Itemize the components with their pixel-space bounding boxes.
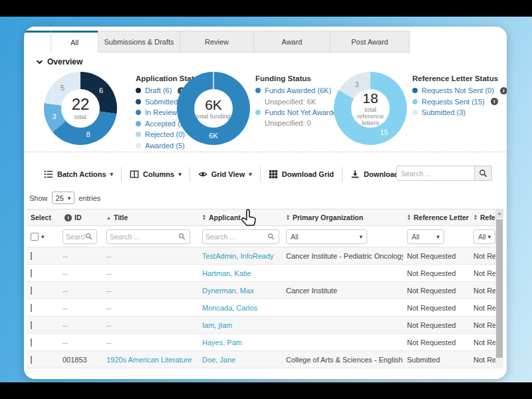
filter-value: All (412, 233, 420, 241)
column-header-reference-letter-1[interactable]: ▲▼Reference Letter 1 (403, 213, 469, 221)
table-body: ----TestAdmin, InfoReadyCancer Institute… (27, 247, 495, 368)
legend-dot-icon (136, 110, 141, 115)
table-header-row: SelectiID▲Title▲▼Applicant▲▼Primary Orga… (27, 209, 495, 226)
applicant-filter-input[interactable] (205, 233, 267, 241)
row-title-cell: -- (102, 321, 198, 329)
batch-actions-button[interactable]: Batch Actions ▾ (36, 166, 121, 183)
scrollbar-up-arrow[interactable]: ▲ (495, 209, 503, 218)
row-applicant-link[interactable]: Moncada, Carlos (198, 304, 282, 312)
row-reference-letter-1-cell: Not Requested (403, 287, 469, 295)
sort-icon: ▲▼ (286, 214, 290, 221)
donut-segment-value: 3 (354, 80, 358, 88)
donut-segment-value: 6 (99, 86, 103, 94)
legend-dot-icon (136, 99, 141, 104)
select-all-checkbox[interactable] (31, 233, 39, 241)
legend-item-requests-sent[interactable]: Requests Sent (15)i (412, 96, 507, 108)
legend-item-requests-not-sent[interactable]: Requests Not Sent (0)i (412, 85, 507, 96)
row-reference-letter-2-cell: Not Requested (469, 304, 495, 312)
page-size-select[interactable]: 25 ▾ (52, 192, 75, 204)
columns-button[interactable]: Columns ▾ (122, 166, 190, 183)
row-reference-letter-2-cell: Not Requested (469, 338, 495, 346)
info-icon[interactable]: i (65, 214, 72, 221)
title-filter-input[interactable] (110, 233, 178, 241)
eye-icon (198, 170, 207, 179)
row-reference-letter-1-cell: Submitted (403, 356, 469, 364)
donut-center: 6Ktotal funding (194, 89, 233, 128)
id-filter (63, 229, 97, 244)
row-checkbox[interactable] (31, 321, 32, 329)
row-checkbox[interactable] (31, 338, 32, 346)
grid-view-label: Grid View (211, 170, 245, 178)
row-checkbox[interactable] (31, 304, 32, 312)
select-all-caret-icon[interactable]: ▾ (41, 233, 45, 240)
grid-view-button[interactable]: Grid View ▾ (190, 166, 260, 183)
legend-item-submitted[interactable]: Submitted (3) (412, 107, 507, 118)
grid-search (396, 166, 492, 181)
row-id-cell: -- (59, 252, 102, 260)
grid-search-input[interactable] (396, 166, 475, 181)
row-select-cell (27, 321, 59, 329)
row-reference-letter-1-cell: Not Requested (403, 304, 469, 312)
row-select-cell (27, 287, 59, 295)
column-header-primary-organization[interactable]: ▲▼Primary Organization (282, 213, 403, 221)
donut-segment-value: 8 (86, 130, 90, 138)
column-header-id[interactable]: iID (59, 213, 102, 221)
filter-org-cell: All ▾ (282, 229, 403, 244)
column-header-reference-letter-2[interactable]: ▲▼Reference Letter 2 (469, 213, 495, 221)
download-grid-label: Download Grid (282, 170, 334, 178)
legend-label: Funds Awarded (6K) (265, 85, 331, 96)
row-title-cell: -- (102, 338, 198, 346)
info-icon[interactable]: i (491, 98, 498, 105)
legend-dot-icon (136, 88, 141, 93)
row-applicant-link[interactable]: Iam, jIam (198, 321, 282, 329)
row-applicant-link[interactable]: Doe, Jane (198, 356, 282, 364)
download-icon (350, 170, 360, 179)
search-button[interactable] (475, 166, 492, 181)
row-applicant-link[interactable]: Dynerman, Max (198, 287, 282, 295)
row-title-cell[interactable]: 1920s American Literature (102, 356, 198, 364)
column-header-applicant[interactable]: ▲▼Applicant (198, 213, 282, 221)
row-checkbox[interactable] (31, 269, 32, 277)
column-label: Select (31, 213, 51, 221)
table-row: ----Moncada, CarlosNot RequestedNot Requ… (27, 299, 495, 317)
row-reference-letter-2-cell: Not Requested (469, 287, 495, 295)
info-icon[interactable]: i (500, 87, 507, 94)
columns-icon (130, 170, 139, 179)
reference-letter-1-filter[interactable]: All ▾ (407, 229, 444, 244)
column-header-select[interactable]: Select (27, 213, 59, 221)
column-header-title[interactable]: ▲Title (102, 213, 198, 221)
donut-total-label: total reference letters (352, 106, 388, 126)
row-applicant-link[interactable]: Hartman, Katie (198, 269, 282, 277)
chart-legend-reference-letter-status: Reference Letter StatusRequests Not Sent… (412, 74, 507, 118)
table-scrollbar[interactable]: ▲ (495, 209, 503, 368)
search-icon (267, 233, 275, 240)
column-label: ID (74, 213, 82, 221)
donut-total-value: 6K (205, 98, 222, 112)
reference-letter-2-filter[interactable]: All ▾ (473, 229, 495, 244)
row-id-cell: -- (59, 269, 102, 277)
screen: AllSubmissions & DraftsReviewAwardPost A… (0, 0, 532, 399)
toolbar: Batch Actions ▾ Columns ▾ Grid View ▾ Do… (36, 164, 507, 185)
row-applicant-link[interactable]: TestAdmin, InfoReady (198, 252, 282, 260)
caret-down-icon: ▾ (249, 171, 252, 178)
row-title-cell: -- (102, 287, 198, 295)
scrollbar-thumb[interactable] (496, 219, 503, 358)
page-size-value: 25 (56, 194, 64, 202)
row-checkbox[interactable] (31, 252, 32, 260)
legend-label: Requests Sent (15) (422, 96, 485, 108)
legend-item-awarded[interactable]: Awarded (5) (136, 140, 252, 152)
column-label: Title (114, 213, 128, 221)
row-checkbox[interactable] (31, 356, 32, 364)
row-reference-letter-1-cell: Not Requested (403, 321, 469, 329)
sort-icon: ▲▼ (407, 214, 411, 221)
row-checkbox[interactable] (31, 287, 32, 295)
row-id-cell: 001853 (59, 356, 102, 364)
download-grid-button[interactable]: Download Grid (261, 166, 342, 183)
primary-organization-filter[interactable]: All ▾ (286, 229, 367, 244)
donut-center: 22total (61, 89, 100, 128)
id-filter-input[interactable] (66, 233, 85, 241)
row-applicant-link[interactable]: Hayes, Pam (198, 338, 282, 346)
batch-actions-label: Batch Actions (57, 170, 106, 178)
row-reference-letter-1-cell: Not Requested (403, 252, 469, 260)
legend-dot-icon (136, 143, 141, 148)
